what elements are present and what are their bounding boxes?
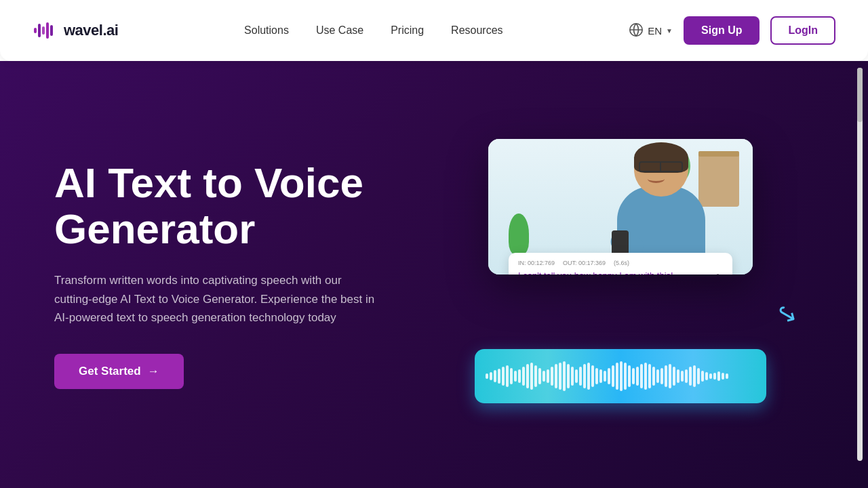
waveform-bar xyxy=(616,363,618,390)
waveform-bar xyxy=(648,364,651,388)
transcript-meta: IN: 00:12:769 OUT: 00:17:369 (5.6s) xyxy=(518,260,723,266)
waveform-bar xyxy=(486,373,488,379)
hero-visual: IN: 00:12:769 OUT: 00:17:369 (5.6s) I ca… xyxy=(434,139,814,410)
waveform-bar xyxy=(701,371,704,382)
scrollbar-track[interactable] xyxy=(857,68,863,461)
waveform-bar xyxy=(534,365,537,387)
waveform-bar xyxy=(563,361,566,391)
svg-rect-0 xyxy=(34,28,37,33)
language-selector[interactable]: EN ▼ xyxy=(629,22,673,39)
svg-rect-3 xyxy=(46,22,49,39)
waveform-bar xyxy=(583,364,586,388)
transcript-out: OUT: 00:17:369 xyxy=(563,260,606,266)
transcript-text: I can't tell you how happy I am with thi… xyxy=(518,270,673,274)
waveform-bar xyxy=(591,365,594,387)
waveform-bar xyxy=(604,371,606,382)
waveform-bar xyxy=(681,371,684,382)
hero-content: AI Text to Voice Generator Transform wri… xyxy=(54,160,434,389)
waveform-bar xyxy=(595,368,598,384)
waveform-bar xyxy=(571,367,574,386)
waveform-bar xyxy=(559,363,561,390)
waveform-bar xyxy=(624,363,627,390)
transcript-in: IN: 00:12:769 xyxy=(518,260,555,266)
hero-description: Transform written words into captivating… xyxy=(54,271,380,327)
waveform-bar xyxy=(498,369,500,384)
nav-item-solutions[interactable]: Solutions xyxy=(244,24,289,37)
svg-rect-1 xyxy=(38,24,41,37)
waveform-bar xyxy=(587,363,590,390)
waveform-bar xyxy=(697,368,700,384)
waveform-bar xyxy=(575,369,578,383)
svg-rect-4 xyxy=(50,25,53,36)
waveform-bar xyxy=(705,372,708,380)
waveform-bar xyxy=(652,367,655,386)
waveform-bar xyxy=(514,371,517,382)
nav-item-resources[interactable]: Resources xyxy=(451,24,502,37)
navbar: wavel.ai Solutions Use Case Pricing Reso… xyxy=(0,0,868,61)
hero-title: AI Text to Voice Generator xyxy=(54,160,434,252)
waveform-bar xyxy=(510,368,513,384)
waveform-bar xyxy=(685,369,688,383)
waveform-bar xyxy=(518,369,521,383)
waveform-bar xyxy=(689,367,692,386)
waveform-bar xyxy=(542,371,545,382)
nav-item-usecase[interactable]: Use Case xyxy=(316,24,363,37)
waveform-bar xyxy=(530,363,533,390)
nav-right: EN ▼ Sign Up LogIn xyxy=(629,16,835,45)
transcript-duration: (5.6s) xyxy=(614,260,629,266)
waveform-bar xyxy=(494,370,496,382)
logo-icon xyxy=(33,18,57,43)
waveform-bar xyxy=(490,372,492,380)
login-button[interactable]: LogIn xyxy=(770,16,835,45)
waveform-bar xyxy=(620,361,623,391)
waveform-bar xyxy=(709,373,712,379)
waveform-bar xyxy=(608,368,610,384)
logo-text: wavel.ai xyxy=(64,22,118,39)
hero-section: AI Text to Voice Generator Transform wri… xyxy=(0,61,868,488)
waveform-bar xyxy=(665,365,667,387)
waveform-bar xyxy=(656,369,659,383)
waveform-bar xyxy=(693,365,696,387)
waveform-bar xyxy=(526,364,529,388)
delete-icon[interactable]: 🗑 xyxy=(713,272,723,275)
nav-links: Solutions Use Case Pricing Resources xyxy=(244,24,502,37)
arrow-icon: → xyxy=(148,365,159,378)
logo[interactable]: wavel.ai xyxy=(33,18,118,43)
waveform-bar xyxy=(722,373,724,380)
waveform-bar xyxy=(538,368,541,384)
lang-label: EN xyxy=(648,25,662,37)
waveform-bar xyxy=(726,373,728,379)
waveform-bar xyxy=(713,373,716,380)
svg-rect-2 xyxy=(42,26,45,35)
waveform-bar xyxy=(579,367,582,386)
nav-item-pricing[interactable]: Pricing xyxy=(391,24,424,37)
waveform-bar xyxy=(628,365,631,387)
waveform-bar xyxy=(640,364,643,388)
waveform-bar xyxy=(636,367,639,386)
chevron-down-icon: ▼ xyxy=(666,27,673,35)
waveform-bar xyxy=(612,365,614,387)
globe-icon xyxy=(629,22,644,39)
product-card: IN: 00:12:769 OUT: 00:17:369 (5.6s) I ca… xyxy=(488,139,753,274)
waveform-bar xyxy=(506,365,509,387)
waveform-bar xyxy=(547,369,549,383)
waveform-bar xyxy=(660,368,663,384)
scrollbar-thumb[interactable] xyxy=(857,68,863,122)
waveform-bar xyxy=(673,367,675,386)
waveform-bar xyxy=(502,367,505,386)
get-started-button[interactable]: Get Started → xyxy=(54,354,184,389)
waveform-bar xyxy=(632,368,635,384)
waveform-card xyxy=(475,349,766,403)
waveform-bars xyxy=(486,361,755,391)
waveform-bar xyxy=(599,369,602,383)
waveform-bar xyxy=(644,363,647,390)
waveform-bar xyxy=(677,369,679,383)
waveform-bar xyxy=(717,371,720,381)
waveform-bar xyxy=(567,364,570,388)
waveform-bar xyxy=(555,364,557,388)
decorative-arrow: ↪ xyxy=(771,297,803,331)
signup-button[interactable]: Sign Up xyxy=(684,16,760,45)
waveform-bar xyxy=(669,364,671,388)
waveform-bar xyxy=(551,367,553,386)
waveform-bar xyxy=(522,367,525,386)
